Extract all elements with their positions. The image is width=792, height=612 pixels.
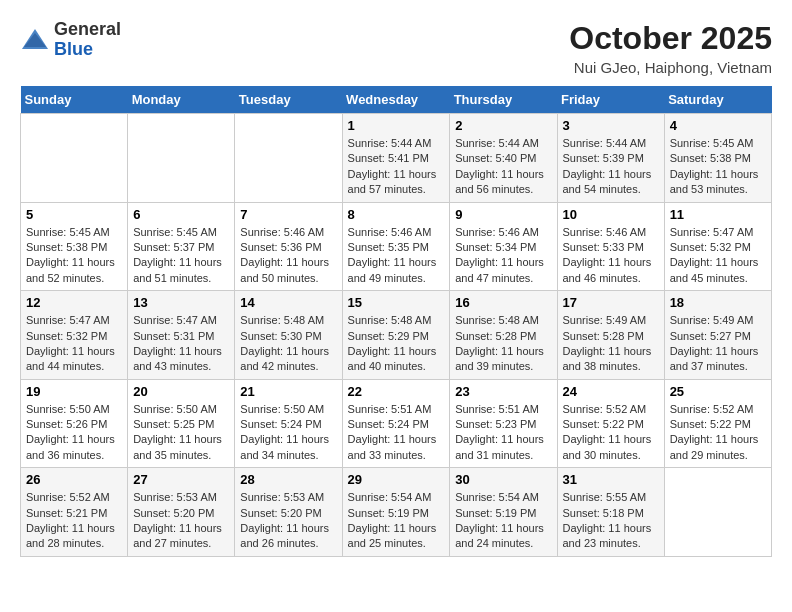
calendar-cell: 24Sunrise: 5:52 AMSunset: 5:22 PMDayligh… <box>557 379 664 468</box>
calendar-cell: 7Sunrise: 5:46 AMSunset: 5:36 PMDaylight… <box>235 202 342 291</box>
title-block: October 2025 Nui GJeo, Haiphong, Vietnam <box>569 20 772 76</box>
day-info: Sunrise: 5:50 AMSunset: 5:26 PMDaylight:… <box>26 402 122 464</box>
day-number: 31 <box>563 472 659 487</box>
day-info: Sunrise: 5:45 AMSunset: 5:37 PMDaylight:… <box>133 225 229 287</box>
day-info: Sunrise: 5:46 AMSunset: 5:36 PMDaylight:… <box>240 225 336 287</box>
day-number: 14 <box>240 295 336 310</box>
calendar-cell: 21Sunrise: 5:50 AMSunset: 5:24 PMDayligh… <box>235 379 342 468</box>
svg-marker-1 <box>24 33 46 47</box>
day-info: Sunrise: 5:49 AMSunset: 5:27 PMDaylight:… <box>670 313 766 375</box>
day-info: Sunrise: 5:52 AMSunset: 5:22 PMDaylight:… <box>563 402 659 464</box>
weekday-row: SundayMondayTuesdayWednesdayThursdayFrid… <box>21 86 772 114</box>
day-info: Sunrise: 5:46 AMSunset: 5:33 PMDaylight:… <box>563 225 659 287</box>
day-info: Sunrise: 5:53 AMSunset: 5:20 PMDaylight:… <box>240 490 336 552</box>
day-number: 18 <box>670 295 766 310</box>
day-info: Sunrise: 5:48 AMSunset: 5:29 PMDaylight:… <box>348 313 445 375</box>
day-info: Sunrise: 5:47 AMSunset: 5:32 PMDaylight:… <box>670 225 766 287</box>
day-info: Sunrise: 5:52 AMSunset: 5:21 PMDaylight:… <box>26 490 122 552</box>
day-number: 29 <box>348 472 445 487</box>
day-number: 24 <box>563 384 659 399</box>
calendar-table: SundayMondayTuesdayWednesdayThursdayFrid… <box>20 86 772 557</box>
day-number: 11 <box>670 207 766 222</box>
calendar-cell: 2Sunrise: 5:44 AMSunset: 5:40 PMDaylight… <box>450 114 557 203</box>
calendar-cell: 30Sunrise: 5:54 AMSunset: 5:19 PMDayligh… <box>450 468 557 557</box>
calendar-cell: 28Sunrise: 5:53 AMSunset: 5:20 PMDayligh… <box>235 468 342 557</box>
calendar-cell <box>664 468 771 557</box>
calendar-cell: 5Sunrise: 5:45 AMSunset: 5:38 PMDaylight… <box>21 202 128 291</box>
day-info: Sunrise: 5:47 AMSunset: 5:31 PMDaylight:… <box>133 313 229 375</box>
calendar-cell: 27Sunrise: 5:53 AMSunset: 5:20 PMDayligh… <box>128 468 235 557</box>
calendar-cell: 26Sunrise: 5:52 AMSunset: 5:21 PMDayligh… <box>21 468 128 557</box>
logo-icon <box>20 25 50 55</box>
location: Nui GJeo, Haiphong, Vietnam <box>569 59 772 76</box>
day-info: Sunrise: 5:50 AMSunset: 5:25 PMDaylight:… <box>133 402 229 464</box>
day-info: Sunrise: 5:54 AMSunset: 5:19 PMDaylight:… <box>348 490 445 552</box>
day-info: Sunrise: 5:51 AMSunset: 5:24 PMDaylight:… <box>348 402 445 464</box>
calendar-cell <box>21 114 128 203</box>
calendar-week-1: 1Sunrise: 5:44 AMSunset: 5:41 PMDaylight… <box>21 114 772 203</box>
day-info: Sunrise: 5:44 AMSunset: 5:41 PMDaylight:… <box>348 136 445 198</box>
calendar-cell <box>235 114 342 203</box>
day-number: 25 <box>670 384 766 399</box>
day-number: 19 <box>26 384 122 399</box>
day-number: 4 <box>670 118 766 133</box>
day-number: 20 <box>133 384 229 399</box>
page-header: General Blue October 2025 Nui GJeo, Haip… <box>20 20 772 76</box>
logo: General Blue <box>20 20 121 60</box>
calendar-cell: 19Sunrise: 5:50 AMSunset: 5:26 PMDayligh… <box>21 379 128 468</box>
calendar-cell: 20Sunrise: 5:50 AMSunset: 5:25 PMDayligh… <box>128 379 235 468</box>
weekday-header-sunday: Sunday <box>21 86 128 114</box>
calendar-cell: 11Sunrise: 5:47 AMSunset: 5:32 PMDayligh… <box>664 202 771 291</box>
calendar-cell: 3Sunrise: 5:44 AMSunset: 5:39 PMDaylight… <box>557 114 664 203</box>
day-info: Sunrise: 5:49 AMSunset: 5:28 PMDaylight:… <box>563 313 659 375</box>
day-info: Sunrise: 5:48 AMSunset: 5:30 PMDaylight:… <box>240 313 336 375</box>
calendar-cell: 31Sunrise: 5:55 AMSunset: 5:18 PMDayligh… <box>557 468 664 557</box>
day-number: 22 <box>348 384 445 399</box>
day-number: 7 <box>240 207 336 222</box>
calendar-body: 1Sunrise: 5:44 AMSunset: 5:41 PMDaylight… <box>21 114 772 557</box>
weekday-header-tuesday: Tuesday <box>235 86 342 114</box>
day-info: Sunrise: 5:45 AMSunset: 5:38 PMDaylight:… <box>670 136 766 198</box>
day-number: 26 <box>26 472 122 487</box>
calendar-cell: 13Sunrise: 5:47 AMSunset: 5:31 PMDayligh… <box>128 291 235 380</box>
calendar-week-4: 19Sunrise: 5:50 AMSunset: 5:26 PMDayligh… <box>21 379 772 468</box>
day-number: 21 <box>240 384 336 399</box>
calendar-header: SundayMondayTuesdayWednesdayThursdayFrid… <box>21 86 772 114</box>
logo-blue-text: Blue <box>54 39 93 59</box>
day-info: Sunrise: 5:46 AMSunset: 5:35 PMDaylight:… <box>348 225 445 287</box>
calendar-cell: 9Sunrise: 5:46 AMSunset: 5:34 PMDaylight… <box>450 202 557 291</box>
calendar-cell: 4Sunrise: 5:45 AMSunset: 5:38 PMDaylight… <box>664 114 771 203</box>
calendar-cell: 25Sunrise: 5:52 AMSunset: 5:22 PMDayligh… <box>664 379 771 468</box>
day-number: 10 <box>563 207 659 222</box>
day-number: 17 <box>563 295 659 310</box>
calendar-cell: 17Sunrise: 5:49 AMSunset: 5:28 PMDayligh… <box>557 291 664 380</box>
weekday-header-thursday: Thursday <box>450 86 557 114</box>
day-info: Sunrise: 5:44 AMSunset: 5:40 PMDaylight:… <box>455 136 551 198</box>
weekday-header-monday: Monday <box>128 86 235 114</box>
calendar-cell: 8Sunrise: 5:46 AMSunset: 5:35 PMDaylight… <box>342 202 450 291</box>
weekday-header-saturday: Saturday <box>664 86 771 114</box>
calendar-cell: 22Sunrise: 5:51 AMSunset: 5:24 PMDayligh… <box>342 379 450 468</box>
day-info: Sunrise: 5:46 AMSunset: 5:34 PMDaylight:… <box>455 225 551 287</box>
calendar-cell: 29Sunrise: 5:54 AMSunset: 5:19 PMDayligh… <box>342 468 450 557</box>
day-info: Sunrise: 5:52 AMSunset: 5:22 PMDaylight:… <box>670 402 766 464</box>
logo-general-text: General <box>54 19 121 39</box>
day-number: 23 <box>455 384 551 399</box>
day-number: 28 <box>240 472 336 487</box>
calendar-week-5: 26Sunrise: 5:52 AMSunset: 5:21 PMDayligh… <box>21 468 772 557</box>
day-info: Sunrise: 5:48 AMSunset: 5:28 PMDaylight:… <box>455 313 551 375</box>
day-number: 3 <box>563 118 659 133</box>
day-number: 1 <box>348 118 445 133</box>
calendar-cell: 18Sunrise: 5:49 AMSunset: 5:27 PMDayligh… <box>664 291 771 380</box>
calendar-cell: 16Sunrise: 5:48 AMSunset: 5:28 PMDayligh… <box>450 291 557 380</box>
day-info: Sunrise: 5:51 AMSunset: 5:23 PMDaylight:… <box>455 402 551 464</box>
day-info: Sunrise: 5:44 AMSunset: 5:39 PMDaylight:… <box>563 136 659 198</box>
day-number: 13 <box>133 295 229 310</box>
calendar-cell: 12Sunrise: 5:47 AMSunset: 5:32 PMDayligh… <box>21 291 128 380</box>
day-info: Sunrise: 5:50 AMSunset: 5:24 PMDaylight:… <box>240 402 336 464</box>
calendar-week-2: 5Sunrise: 5:45 AMSunset: 5:38 PMDaylight… <box>21 202 772 291</box>
day-info: Sunrise: 5:53 AMSunset: 5:20 PMDaylight:… <box>133 490 229 552</box>
day-number: 9 <box>455 207 551 222</box>
month-title: October 2025 <box>569 20 772 57</box>
day-number: 2 <box>455 118 551 133</box>
